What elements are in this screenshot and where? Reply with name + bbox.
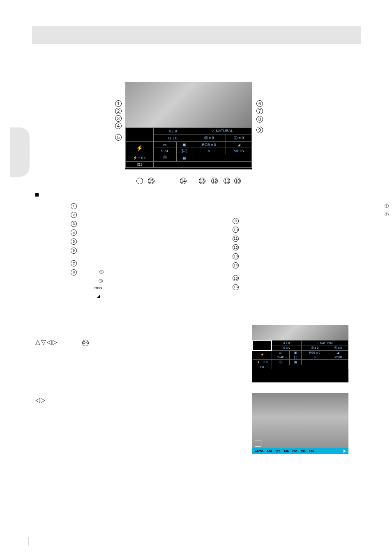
focus-mode: S-AF bbox=[154, 148, 177, 154]
is-label: IS1 bbox=[126, 162, 154, 168]
legend-num-9: 9 bbox=[233, 218, 239, 224]
list-header-square bbox=[35, 193, 39, 197]
callout-11: 11 bbox=[224, 178, 230, 184]
legend-num-1: 1 bbox=[71, 203, 77, 209]
callout-8: 8 bbox=[256, 116, 263, 123]
is-mode-icon: Ⓢ bbox=[154, 154, 177, 162]
callout-16 bbox=[136, 178, 143, 184]
legend-num-15: 15 bbox=[233, 275, 239, 281]
gradation-icon: ◢ bbox=[226, 142, 252, 148]
color-space: sRGB bbox=[226, 148, 252, 154]
legend-num-10: 10 bbox=[233, 227, 239, 233]
side-tab bbox=[10, 127, 30, 177]
legend-num-6: 6 bbox=[71, 248, 77, 254]
iso-160: 160 bbox=[284, 449, 289, 453]
iso-strip: AUTO 100 125 160 200 250 320 bbox=[252, 448, 348, 454]
drive-icon: ▭ bbox=[154, 142, 177, 148]
callout-9: 9 bbox=[256, 127, 263, 133]
legend-num-14: 14 bbox=[233, 262, 239, 269]
callout-12: 12 bbox=[211, 178, 218, 184]
main-screenshot: A ± 0 ⟋ NATURAL G ± 0 Ⓢ ± 0 Ⓒ ± 0 ⚡ ▭ ▣ … bbox=[125, 82, 252, 180]
header-band bbox=[32, 26, 361, 44]
callout-10: 10 bbox=[234, 178, 241, 184]
callout-4: 4 bbox=[115, 123, 122, 129]
face-detect-icon: ☺ bbox=[192, 148, 226, 154]
legend-num-2: 2 bbox=[71, 212, 77, 218]
ok-button-icon: OK bbox=[82, 340, 89, 346]
contrast-icon: Ⓒ bbox=[99, 278, 103, 285]
callout-14: 14 bbox=[180, 178, 187, 184]
photo-background bbox=[125, 82, 252, 127]
flash-mode-icon: ⚡ bbox=[126, 142, 154, 154]
legend-num-12: 12 bbox=[233, 244, 239, 250]
saturation-rgb-icon: RGB bbox=[95, 286, 102, 290]
callout-13: 13 bbox=[199, 178, 205, 184]
info-panel: A ± 0 ⟋ NATURAL G ± 0 Ⓢ ± 0 Ⓒ ± 0 ⚡ ▭ ▣ … bbox=[125, 127, 252, 169]
legend-num-5: 5 bbox=[71, 238, 77, 245]
legend-num-11: 11 bbox=[233, 236, 239, 242]
saturation-val: RGB ± 0 bbox=[192, 142, 226, 148]
iso-320: 320 bbox=[309, 449, 314, 453]
legend-num-4: 4 bbox=[71, 229, 77, 236]
sharpness-val: Ⓢ ± 0 bbox=[192, 134, 226, 142]
sharpness-icon: Ⓢ bbox=[99, 269, 104, 276]
iso-auto: AUTO bbox=[255, 449, 263, 453]
wb-g: G ± 0 bbox=[154, 134, 192, 142]
mini-screenshot-1: A ± 0 ⟋ NATURAL G ± 0 Ⓢ ± 0 Ⓒ ± 0 ⚡ ▭ ▣ … bbox=[252, 325, 348, 382]
wb-a: A ± 0 bbox=[154, 128, 192, 134]
gradation-legend-icon: ◢ bbox=[97, 292, 100, 300]
af-target-icon: [∷] bbox=[176, 148, 192, 154]
picture-mode: NATURAL bbox=[216, 129, 233, 133]
lr-arrows-icon: ◁▷ bbox=[35, 396, 46, 403]
af-area-icon: ▣ bbox=[176, 142, 192, 148]
callout-7: 7 bbox=[256, 108, 263, 114]
iso-200: 200 bbox=[292, 449, 297, 453]
legend-num-7: 7 bbox=[71, 260, 77, 266]
mini2-indicator-box bbox=[255, 440, 261, 447]
iso-100: 100 bbox=[267, 449, 272, 453]
flash-comp: ⚡ ± 0.0 bbox=[126, 154, 154, 162]
contrast-val: Ⓒ ± 0 bbox=[226, 134, 252, 142]
page-number-area bbox=[28, 537, 32, 546]
mini-screenshot-2: AUTO 100 125 160 200 250 320 bbox=[252, 393, 348, 454]
t-icon: Ⓣ bbox=[385, 211, 389, 218]
iso-125: 125 bbox=[275, 449, 281, 453]
legend-num-16: 16 bbox=[233, 284, 239, 290]
legend-num-3: 3 bbox=[71, 221, 77, 227]
body-para-1: △▽◁▷ OK bbox=[35, 337, 241, 347]
dpad-arrows-icon: △▽◁▷ bbox=[35, 338, 58, 345]
body-para-2: ◁▷ bbox=[35, 387, 241, 405]
record-mode-icon: ▦ bbox=[176, 154, 192, 162]
iso-scroll-right-icon bbox=[344, 449, 346, 453]
legend-num-8: 8 bbox=[71, 269, 77, 276]
legend-num-13: 13 bbox=[233, 253, 239, 259]
callout-15: 15 bbox=[148, 178, 154, 184]
f-icon: Ⓕ bbox=[385, 202, 389, 210]
mini1-photo bbox=[252, 325, 348, 340]
callout-5: 5 bbox=[115, 134, 122, 141]
iso-250: 250 bbox=[300, 449, 306, 453]
callout-3: 3 bbox=[115, 115, 122, 122]
callout-6: 6 bbox=[256, 100, 263, 107]
callout-1: 1 bbox=[115, 100, 122, 107]
callout-2: 2 bbox=[115, 108, 122, 114]
natural-icon: ⟋ bbox=[211, 129, 215, 133]
